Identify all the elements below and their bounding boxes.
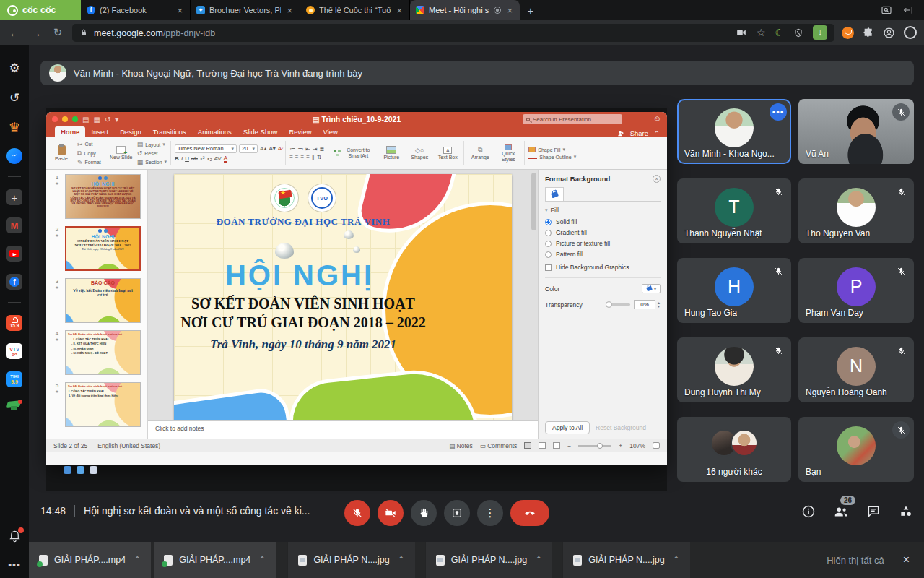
normal-view-button[interactable] bbox=[524, 442, 531, 449]
quick-styles-button[interactable]: Quick Styles bbox=[496, 139, 520, 168]
coccoc-brand-button[interactable]: cốc cốc bbox=[0, 0, 81, 20]
tiki-sale-icon[interactable]: TIKI 9.9 bbox=[6, 371, 22, 387]
ppt-tab-home[interactable]: Home bbox=[55, 126, 85, 137]
line-spacing-button[interactable]: ≣ bbox=[320, 146, 325, 152]
participant-tile-oanh[interactable]: N Nguyễn Hoàng Oanh bbox=[798, 337, 914, 402]
ppt-tab-transitions[interactable]: Transitions bbox=[147, 126, 192, 137]
hide-background-checkbox[interactable]: Hide Background Graphics bbox=[545, 264, 661, 271]
ppt-tab-review[interactable]: Review bbox=[283, 126, 317, 137]
dark-mode-moon-icon[interactable]: ☾ bbox=[775, 27, 784, 38]
meeting-details-icon[interactable] bbox=[801, 504, 816, 519]
url-bar[interactable]: meet.google.com/ppb-dnjv-idb ☆ ☾ ↓ bbox=[72, 24, 834, 42]
bullets-button[interactable]: ≔ bbox=[289, 146, 295, 152]
ppt-tab-insert[interactable]: Insert bbox=[85, 126, 114, 137]
tab-brochure-vectors[interactable]: ✦ Brochuer Vectors, Photos a × bbox=[191, 0, 300, 20]
slide-thumbnail-2-selected[interactable]: HỘI NGHỊ SƠ KẾT ĐOÀN VIÊN SINH HOẠT NƠI … bbox=[65, 226, 141, 271]
layout-button[interactable]: ▤Layout▾ bbox=[137, 141, 167, 148]
zoom-in-button[interactable]: + bbox=[619, 442, 622, 449]
cut-button[interactable]: ✂Cut bbox=[77, 141, 101, 148]
participant-tile-thanh[interactable]: T Thanh Nguyễn Nhật bbox=[677, 178, 791, 243]
participant-tile-pham[interactable]: P Pham Van Day bbox=[798, 258, 914, 323]
clear-format-button[interactable]: A̷ bbox=[278, 145, 282, 152]
education-cap-icon[interactable] bbox=[6, 400, 22, 413]
slideshow-view-button[interactable] bbox=[553, 442, 560, 449]
youtube-icon[interactable]: ▶ bbox=[6, 246, 22, 262]
color-picker-button[interactable]: ▾ bbox=[642, 284, 661, 293]
zoom-slider[interactable] bbox=[578, 445, 611, 447]
reset-background-button[interactable]: Reset Background bbox=[596, 424, 646, 431]
download-chip-4[interactable]: GIẢI PHÁP N....jpg ⌃ bbox=[425, 542, 552, 578]
tab-close-icon[interactable]: × bbox=[395, 5, 404, 16]
superscript-button[interactable]: x² bbox=[200, 155, 205, 162]
paste-button[interactable]: Paste bbox=[49, 139, 74, 168]
indent-less-button[interactable]: ⇤ bbox=[305, 146, 310, 152]
indent-more-button[interactable]: ⇥ bbox=[313, 146, 318, 152]
camera-in-use-icon[interactable] bbox=[736, 27, 747, 38]
extensions-puzzle-icon[interactable] bbox=[863, 27, 874, 38]
collapse-sidebar-icon[interactable] bbox=[902, 4, 914, 16]
shrink-font-button[interactable]: A▾ bbox=[269, 145, 275, 152]
participant-tile-vu-an[interactable]: Vũ An bbox=[798, 99, 914, 164]
bookmark-star-icon[interactable]: ☆ bbox=[757, 27, 766, 38]
shapes-button[interactable]: ◇○ Shapes bbox=[407, 139, 432, 168]
text-box-button[interactable]: A Text Box bbox=[435, 139, 460, 168]
sidebar-more-icon[interactable]: ••• bbox=[8, 559, 21, 571]
download-chip-3[interactable]: GIẢI PHÁP N....jpg ⌃ bbox=[287, 542, 414, 578]
adblock-shield-icon[interactable] bbox=[793, 27, 803, 38]
grow-font-button[interactable]: A▴ bbox=[260, 145, 266, 152]
shape-outline-button[interactable]: Shape Outline▾ bbox=[528, 154, 576, 160]
show-all-downloads-button[interactable]: Hiển thị tất cả bbox=[827, 555, 884, 566]
convert-smartart-button[interactable]: Convert to SmartArt bbox=[332, 139, 371, 168]
chip-menu-icon[interactable]: ⌃ bbox=[258, 555, 266, 565]
participant-tile-dung[interactable]: Dung Huynh Thi My bbox=[677, 337, 791, 402]
columns-button[interactable]: ∥ bbox=[312, 154, 315, 160]
picture-button[interactable]: Picture bbox=[379, 139, 404, 168]
shape-fill-button[interactable]: Shape Fill▾ bbox=[528, 147, 576, 152]
chip-menu-icon[interactable]: ⌃ bbox=[134, 555, 141, 565]
tab-close-icon[interactable]: × bbox=[505, 5, 514, 16]
transparency-stepper[interactable]: ▲▼ bbox=[657, 301, 661, 309]
chip-menu-icon[interactable]: ⌃ bbox=[673, 555, 680, 565]
ppt-search-box[interactable]: Search in Presentation bbox=[523, 114, 622, 124]
current-slide[interactable]: TVU ĐOÀN TRƯỜNG ĐẠI HỌC TRÀ VINH HỘI NGH… bbox=[174, 174, 512, 426]
present-button[interactable] bbox=[444, 500, 470, 526]
participant-tile-you[interactable]: Bạn bbox=[798, 417, 914, 482]
transparency-value[interactable]: 0% bbox=[634, 300, 655, 309]
solid-fill-radio[interactable]: Solid fill bbox=[545, 218, 661, 225]
tab-contest-rules[interactable]: Thể lệ Cuộc thi “Tuổi trẻ họ × bbox=[300, 0, 410, 20]
copy-button[interactable]: ⧉Copy bbox=[77, 150, 101, 158]
slide-thumbnail-3[interactable]: BÁO CÁO Về việc kết Đoàn viên sinh hoạt … bbox=[65, 278, 141, 323]
participant-tile-tho[interactable]: Tho Nguyen Van bbox=[798, 178, 914, 243]
font-name-select[interactable]: Times New Roman▾ bbox=[175, 144, 237, 153]
shopee-sale-icon[interactable]: 15.9 bbox=[6, 315, 22, 331]
rewards-crown-icon[interactable]: ♛ bbox=[6, 118, 23, 136]
reset-button[interactable]: ↺Reset bbox=[137, 150, 167, 157]
participant-tile-hung[interactable]: H Hung Tao Gia bbox=[677, 258, 791, 323]
italic-button[interactable]: I bbox=[181, 155, 183, 162]
settings-gear-icon[interactable]: ⚙ bbox=[6, 59, 23, 77]
tab-close-icon[interactable]: × bbox=[175, 5, 184, 16]
new-slide-button[interactable]: New Slide bbox=[109, 139, 134, 168]
fit-slide-button[interactable] bbox=[653, 442, 660, 449]
font-color-button[interactable]: A bbox=[224, 155, 227, 163]
justify-button[interactable]: ≡ bbox=[306, 154, 310, 160]
zoom-out-button[interactable]: − bbox=[567, 442, 571, 449]
apply-to-all-button[interactable]: Apply to All bbox=[545, 421, 590, 434]
language-indicator[interactable]: English (United States) bbox=[97, 442, 160, 449]
pattern-fill-radio[interactable]: Pattern fill bbox=[545, 251, 661, 258]
download-manager-icon[interactable]: ↓ bbox=[813, 25, 827, 40]
tab-close-icon[interactable]: × bbox=[285, 5, 294, 16]
strikethrough-button[interactable]: ab bbox=[191, 155, 198, 162]
char-spacing-button[interactable]: AV bbox=[214, 155, 222, 162]
profile-icon[interactable] bbox=[883, 27, 895, 39]
comments-toggle[interactable]: ▭ Comments bbox=[480, 442, 518, 449]
section-button[interactable]: ▦Section▾ bbox=[137, 158, 167, 165]
align-center-button[interactable]: ≡ bbox=[295, 154, 299, 160]
download-chip-5[interactable]: GIẢI PHÁP N....jpg ⌃ bbox=[562, 542, 689, 578]
chip-menu-icon[interactable]: ⌃ bbox=[535, 555, 542, 565]
zoom-percent[interactable]: 107% bbox=[629, 442, 645, 449]
fill-tab[interactable] bbox=[545, 187, 564, 201]
coccoc-extension-icon[interactable] bbox=[842, 27, 854, 39]
ppt-share-button[interactable]: Share bbox=[630, 129, 648, 137]
sorter-view-button[interactable] bbox=[539, 442, 546, 449]
